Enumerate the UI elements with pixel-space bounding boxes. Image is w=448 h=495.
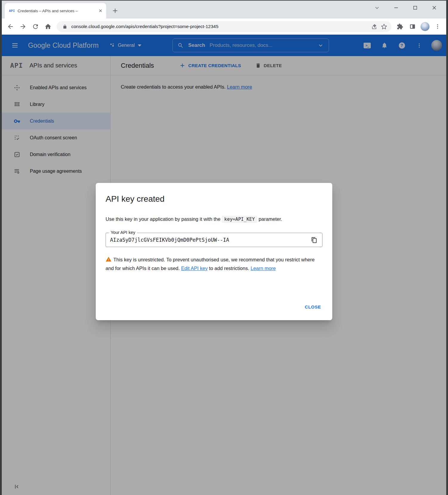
extensions-icon[interactable] xyxy=(394,21,406,32)
close-dialog-button[interactable]: CLOSE xyxy=(302,302,323,312)
url-text[interactable]: console.cloud.google.com/apis/credential… xyxy=(71,24,367,29)
window-controls xyxy=(367,2,444,14)
share-icon[interactable] xyxy=(371,23,377,30)
edit-api-key-link[interactable]: Edit API key xyxy=(181,266,208,271)
copy-icon[interactable] xyxy=(310,235,319,244)
forward-icon[interactable] xyxy=(17,21,29,32)
home-icon[interactable] xyxy=(42,21,54,32)
maximize-button[interactable] xyxy=(406,2,425,14)
api-key-field[interactable]: Your API key xyxy=(106,233,322,247)
browser-profile-avatar[interactable] xyxy=(421,22,430,31)
page: Google Cloud Platform General Search Pro… xyxy=(2,35,446,495)
tab-title: Credentials – APIs and services – xyxy=(18,9,95,13)
browser-tab[interactable]: API Credentials – APIs and services – xyxy=(5,3,106,18)
tab-search-icon[interactable] xyxy=(367,2,387,14)
minimize-button[interactable] xyxy=(387,2,406,14)
tab-strip: API Credentials – APIs and services – xyxy=(2,1,446,18)
side-panel-icon[interactable] xyxy=(407,21,418,32)
tab-close-icon[interactable] xyxy=(98,8,103,13)
reload-icon[interactable] xyxy=(30,21,41,32)
api-key-value[interactable] xyxy=(110,237,310,243)
api-key-dialog: API key created Use this key in your app… xyxy=(96,183,332,320)
new-tab-button[interactable] xyxy=(111,7,119,15)
api-key-param-chip: key=API_KEY xyxy=(222,216,257,223)
address-bar[interactable]: console.cloud.google.com/apis/credential… xyxy=(57,21,391,32)
bookmark-star-icon[interactable] xyxy=(381,23,387,30)
browser-menu-icon[interactable] xyxy=(432,21,443,32)
browser-window: API Credentials – APIs and services – xyxy=(0,0,448,495)
warning-icon xyxy=(106,256,112,262)
dialog-learn-more-link[interactable]: Learn more xyxy=(251,266,276,271)
back-icon[interactable] xyxy=(5,21,16,32)
close-window-button[interactable] xyxy=(425,2,444,14)
tab-favicon-api-icon: API xyxy=(9,9,15,13)
lock-icon xyxy=(61,23,68,30)
dialog-body-text: Use this key in your application by pass… xyxy=(106,215,322,223)
api-key-field-label: Your API key xyxy=(109,230,137,235)
dialog-warning: This key is unrestricted. To prevent una… xyxy=(106,255,322,273)
browser-toolbar: console.cloud.google.com/apis/credential… xyxy=(2,18,446,35)
dialog-title: API key created xyxy=(106,194,322,204)
